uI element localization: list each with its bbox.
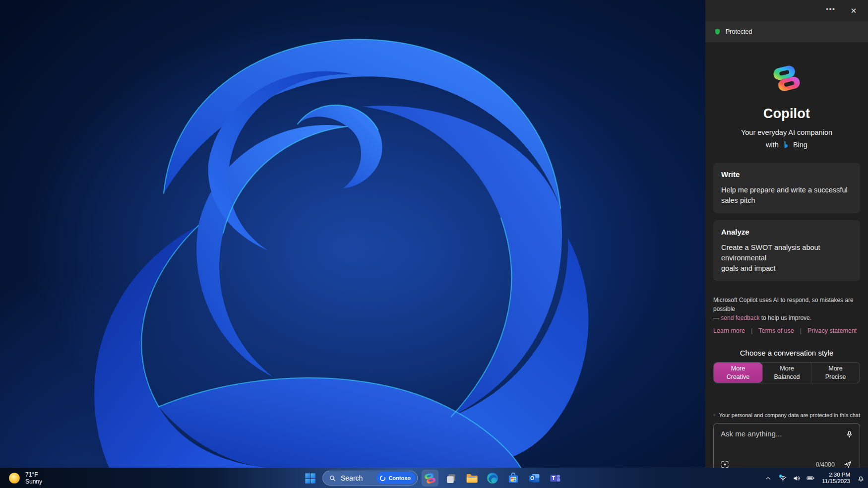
copilot-title: Copilot [713,106,860,122]
close-button[interactable]: ✕ [847,4,860,17]
chat-input-box: 0/4000 [713,423,860,475]
conversation-style-heading: Choose a conversation style [713,349,860,357]
sun-icon [8,472,21,485]
with-label: with [766,141,779,149]
shield-outline-icon [713,412,715,419]
card-text: Create a SWOT analysis about environment… [721,243,852,274]
ai-disclaimer: Microsoft Copilot uses AI to respond, so… [713,296,860,322]
learn-more-link[interactable]: Learn more [713,327,745,334]
start-button[interactable] [302,470,318,487]
copilot-app-icon [424,472,436,485]
clock[interactable]: 2:30 PM 11/15/2023 [822,472,850,485]
suggestion-card-analyze[interactable]: Analyze Create a SWOT analysis about env… [713,220,860,281]
battery-icon [806,474,815,482]
taskbar-center: Search Contoso [302,468,563,488]
data-protection-note: Your personal and company data are prote… [713,412,860,419]
card-text: Help me prepare and write a successfulsa… [721,185,852,206]
weather-condition: Sunny [25,478,42,485]
taskbar-app-teams[interactable]: T [547,470,563,487]
copilot-panel-header: ••• ✕ [705,0,868,21]
style-option-more-balanced[interactable]: More Balanced [762,363,811,383]
suggestion-card-write[interactable]: Write Help me prepare and write a succes… [713,163,860,213]
card-title: Write [721,170,852,179]
search-box[interactable]: Search Contoso [322,471,418,486]
more-options-button[interactable]: ••• [824,3,837,16]
taskbar-app-task-view[interactable] [442,470,459,487]
tray-date: 11/15/2023 [822,478,850,485]
quick-settings-button[interactable]: 1 [778,474,815,483]
wifi-icon: 1 [778,474,788,483]
taskbar-app-outlook[interactable]: O [526,470,543,487]
protected-badge[interactable]: Protected [705,21,868,42]
with-bing-row: with Bing [713,140,860,149]
system-tray: 1 2:30 PM 11/15/2023 [764,468,865,488]
privacy-statement-link[interactable]: Privacy statement [807,327,857,334]
copilot-panel-body: Copilot Your everyday AI companion with … [705,42,868,475]
microsoft-store-icon [507,472,520,485]
windows-logo-icon [305,473,316,484]
send-feedback-link[interactable]: send feedback [721,314,759,321]
bing-icon [782,140,790,149]
protected-label: Protected [726,28,752,35]
taskbar-app-copilot[interactable] [422,470,438,487]
copilot-panel: ••• ✕ Protected [705,0,868,468]
bloom-artwork [0,0,705,468]
copilot-subtitle: Your everyday AI companion [713,128,860,136]
file-explorer-icon [465,472,479,485]
microphone-button[interactable] [845,429,854,441]
teams-icon: T [549,472,561,485]
bing-label: Bing [793,141,807,149]
footer-links: Learn more | Terms of use | Privacy stat… [713,327,860,334]
bell-icon [857,474,865,483]
weather-temperature: 71°F [25,471,42,478]
screen: ••• ✕ Protected [0,0,868,488]
chevron-up-icon [764,475,772,482]
search-icon [329,475,336,482]
taskbar-app-file-explorer[interactable] [463,470,480,487]
char-counter: 0/4000 [816,461,835,468]
conversation-style-switcher: More Creative More Balanced More Precise [713,362,860,383]
svg-text:O: O [530,476,534,481]
chat-input[interactable] [721,429,839,454]
tray-overflow-button[interactable] [764,475,772,482]
notifications-button[interactable] [857,474,865,483]
taskbar-app-edge[interactable] [484,470,501,487]
terms-of-use-link[interactable]: Terms of use [758,327,794,334]
edge-icon [486,472,499,485]
card-title: Analyze [721,228,852,236]
contoso-badge[interactable]: Contoso [376,472,416,484]
task-view-icon [445,472,457,485]
speaker-icon [792,474,801,483]
svg-text:T: T [552,476,556,481]
taskbar-app-microsoft-store[interactable] [505,470,522,487]
style-option-more-precise[interactable]: More Precise [811,363,860,383]
style-option-more-creative[interactable]: More Creative [714,363,762,383]
tray-time: 2:30 PM [822,472,850,479]
microphone-icon [845,429,854,439]
shield-icon [714,28,721,36]
outlook-icon: O [528,472,541,485]
copilot-logo [771,63,803,93]
contoso-logo-icon [379,475,386,482]
search-label: Search [341,474,372,482]
weather-widget[interactable]: 71°F Sunny [5,468,45,488]
taskbar: 71°F Sunny [0,468,868,488]
